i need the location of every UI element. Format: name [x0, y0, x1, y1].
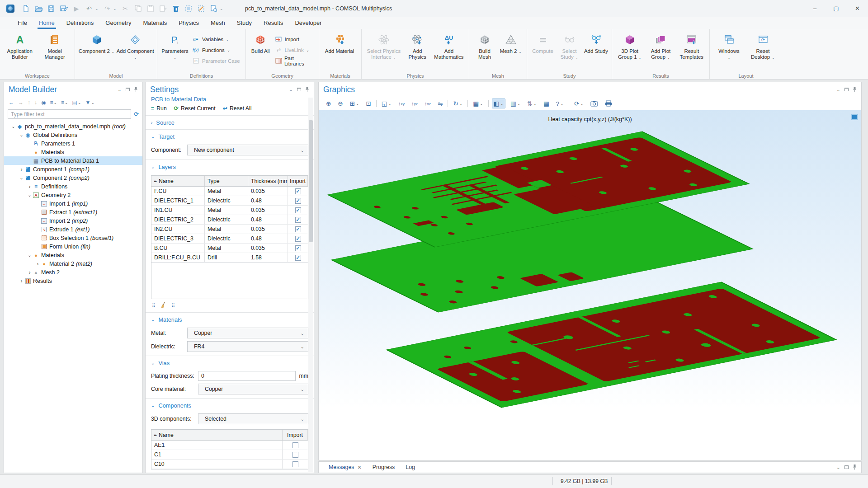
dielectric-select[interactable]: FR4 — [187, 341, 308, 352]
go-to-default-view-icon[interactable]: ◱⌄ — [380, 99, 393, 108]
tree-expander-icon[interactable] — [10, 124, 16, 129]
component-row[interactable]: C10 — [151, 460, 308, 469]
add-plot-group-button[interactable]: Add Plot Group ⌄ — [646, 32, 675, 61]
tree-item[interactable]: Materials — [4, 251, 142, 259]
tree-item[interactable]: Definitions — [4, 182, 142, 191]
application-builder-button[interactable]: A Application Builder — [3, 32, 37, 60]
move-up-icon[interactable]: ↑ — [28, 99, 30, 106]
snapshot-icon[interactable] — [589, 99, 600, 108]
tree-expander-icon[interactable] — [27, 269, 33, 276]
forward-icon[interactable]: → — [18, 99, 24, 106]
parameter-case-button[interactable]: PiParameter Case — [191, 56, 242, 66]
panel-float-icon[interactable] — [297, 88, 301, 91]
zoom-box-icon[interactable]: ⊞⌄ — [348, 99, 361, 108]
plot-group-button[interactable]: 3D Plot Group 1 ⌄ — [615, 32, 645, 61]
zoom-extents-icon[interactable]: ⊡ — [364, 99, 373, 108]
flip-view-icon[interactable]: ⇋ — [436, 99, 444, 108]
import-checkbox[interactable] — [292, 442, 298, 448]
settings-scrollbar[interactable] — [308, 98, 313, 472]
select-study-button[interactable]: Select Study ⌄ — [557, 32, 582, 61]
tree-item[interactable]: Import 2 (imp2) — [4, 216, 142, 225]
3d-components-select[interactable]: Selected — [198, 413, 308, 424]
layer-row[interactable]: DIELECTRIC_1 Dielectric 0.48 — [151, 196, 308, 206]
add-mathematics-button[interactable]: ΔU Add Mathematics — [432, 32, 466, 60]
clear-table-icon[interactable] — [160, 301, 167, 310]
scrollbar-thumb[interactable] — [309, 120, 313, 242]
import-checkbox[interactable] — [295, 207, 301, 213]
view-yz-icon[interactable]: ↑yz — [410, 99, 420, 108]
legend-toggle-icon[interactable] — [851, 114, 858, 120]
save-icon[interactable] — [46, 3, 56, 14]
mesh-2-button[interactable]: Mesh 2 ⌄ — [498, 32, 524, 55]
zoom-out-icon[interactable]: ⊖ — [336, 99, 344, 108]
import-checkbox[interactable] — [292, 461, 298, 467]
redo-caret-icon[interactable]: ⌄ — [113, 6, 118, 11]
import-checkbox[interactable] — [295, 226, 301, 232]
undo-icon[interactable]: ↶ — [84, 3, 94, 14]
layer-row[interactable]: DRILL:F.CU_B.CU Drill 1.58 — [151, 253, 308, 263]
part-libraries-button[interactable]: Part Libraries — [273, 56, 316, 66]
open-icon[interactable] — [33, 3, 43, 14]
rotate-icon[interactable]: ↻⌄ — [451, 99, 464, 108]
tree-expander-icon[interactable] — [19, 278, 24, 284]
appearance-icon[interactable]: ▥⌄ — [509, 99, 522, 108]
reset-desktop-button[interactable]: ⟳ Reset Desktop ⌄ — [746, 32, 779, 61]
minimize-icon[interactable]: – — [804, 0, 826, 17]
show-icon[interactable]: ◉ — [41, 99, 46, 106]
add-material-button[interactable]: Add Material — [322, 32, 357, 54]
tree-item[interactable]: pcb_to_material_data_model.mph (root) — [4, 122, 142, 131]
section-materials[interactable]: ⌄Materials — [146, 312, 314, 326]
panel-pin-icon[interactable] — [853, 464, 857, 471]
maximize-icon[interactable]: ▢ — [826, 0, 847, 17]
clear-selection-icon[interactable] — [196, 3, 206, 14]
menu-tab[interactable]: Study — [231, 18, 258, 29]
panel-pin-icon[interactable] — [853, 86, 857, 93]
import-checkbox[interactable] — [295, 188, 301, 194]
panel-float-icon[interactable] — [126, 88, 130, 91]
section-source[interactable]: ›Source — [146, 115, 314, 129]
section-components[interactable]: ⌄Components — [146, 398, 314, 412]
scene-icon[interactable]: ▦⌄ — [471, 99, 485, 108]
move-rows-icon[interactable]: ⠿ — [152, 303, 156, 309]
menu-tab[interactable]: Definitions — [61, 18, 100, 29]
layer-row[interactable]: F.CU Metal 0.035 — [151, 187, 308, 196]
tree-item[interactable]: Parameters 1 — [4, 139, 142, 148]
tree-item[interactable]: Global Definitions — [4, 131, 142, 139]
help-icon[interactable]: ?⌄ — [554, 99, 566, 108]
select-physics-interface-button[interactable]: Select Physics Interface ⌄ — [364, 32, 403, 61]
more-icon[interactable]: ⌄ — [220, 6, 224, 11]
tree-item[interactable]: Material 2 (mat2) — [4, 259, 142, 268]
add-study-button[interactable]: Add Study — [583, 32, 609, 54]
tab-progress[interactable]: Progress — [367, 462, 401, 472]
variables-button[interactable]: a=Variables ⌄ — [191, 34, 242, 44]
section-target[interactable]: ⌄Target — [146, 129, 314, 143]
tab-messages[interactable]: Messages✕ — [323, 462, 367, 472]
menu-tab[interactable]: Developer — [289, 18, 327, 29]
new-file-icon[interactable] — [21, 3, 31, 14]
copy-icon[interactable] — [133, 3, 143, 14]
import-checkbox[interactable] — [295, 245, 301, 251]
tree-item[interactable]: Component 2 (comp2) — [4, 174, 142, 182]
result-templates-button[interactable]: Result Templates — [677, 32, 707, 60]
pcb-3d-scene[interactable] — [319, 110, 861, 460]
menu-tab[interactable]: Physics — [173, 18, 205, 29]
tree-expander-icon[interactable] — [19, 175, 24, 180]
transparency-icon[interactable]: ◧⌄ — [492, 99, 505, 108]
panel-pin-icon[interactable] — [134, 86, 138, 93]
filter-icon[interactable]: ▼⌄ — [85, 99, 94, 106]
grid-icon[interactable]: ▦ — [542, 99, 551, 108]
tree-item[interactable]: Extract 1 (extract1) — [4, 208, 142, 216]
tree-item[interactable]: Materials — [4, 148, 142, 156]
duplicate-icon[interactable] — [158, 3, 168, 14]
paste-icon[interactable] — [146, 3, 156, 14]
import-checkbox[interactable] — [295, 198, 301, 204]
panel-float-icon[interactable] — [844, 465, 849, 469]
core-material-select[interactable]: Copper — [198, 384, 308, 394]
panel-menu-icon[interactable]: ⌄ — [289, 87, 293, 92]
save-as-icon[interactable] — [59, 3, 69, 14]
tree-expander-icon[interactable] — [27, 192, 33, 197]
tab-log[interactable]: Log — [400, 462, 420, 472]
expand-all-icon[interactable]: ≡⌄ — [50, 99, 57, 106]
cut-icon[interactable]: ✂ — [120, 3, 130, 14]
import-checkbox[interactable] — [292, 452, 298, 458]
